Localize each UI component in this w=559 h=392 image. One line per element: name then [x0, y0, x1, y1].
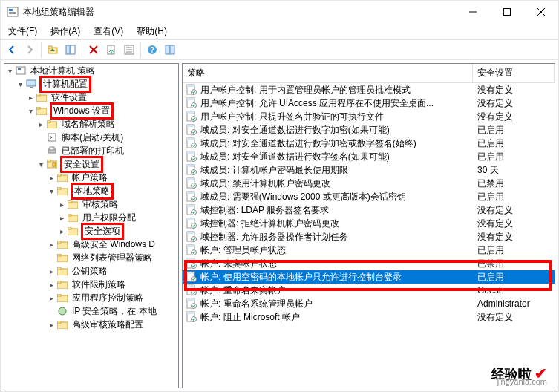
list-row[interactable]: 域控制器: 拒绝计算机帐户密码更改没有定义 [183, 217, 555, 230]
menu-action[interactable]: 操作(A) [48, 24, 83, 39]
tree-audit-policy[interactable]: ▸审核策略 [4, 197, 178, 211]
show-hide-button[interactable] [62, 42, 79, 58]
list-row[interactable]: 域成员: 需要强(Windows 2000 或更高版本)会话密钥已启用 [183, 190, 555, 203]
policy-icon [186, 151, 197, 163]
options-button[interactable] [162, 42, 178, 58]
policy-icon [186, 111, 197, 122]
list-header: 策略 安全设置 [183, 64, 555, 83]
minimize-button[interactable] [456, 1, 490, 23]
col-setting-header[interactable]: 安全设置 [473, 64, 555, 82]
tree-windows-settings[interactable]: ▾Windows 设置 [4, 104, 178, 117]
policy-setting: 30 天 [473, 164, 555, 177]
policy-icon [186, 204, 197, 216]
up-button[interactable] [45, 42, 61, 58]
tree-local-policies[interactable]: ▾本地策略 [4, 184, 178, 197]
svg-rect-10 [66, 45, 70, 54]
menu-help[interactable]: 帮助(H) [134, 24, 170, 39]
svg-rect-82 [187, 165, 194, 167]
folder-icon [56, 266, 68, 276]
folder-icon [67, 226, 79, 236]
help-button[interactable]: ? [144, 42, 160, 58]
properties-button[interactable] [121, 42, 137, 58]
list-body[interactable]: 用户帐户控制: 用于内置管理员帐户的管理员批准模式没有定义用户帐户控制: 允许 … [183, 83, 555, 388]
svg-rect-85 [187, 178, 194, 180]
tree-panel[interactable]: ▾ 本地计算机 策略 ▾ 计算机配置 ▸软件设置 [4, 63, 179, 388]
list-row[interactable]: 帐户: 重命名系统管理员帐户Administrator [183, 297, 555, 310]
list-row[interactable]: 用户帐户控制: 用于内置管理员帐户的管理员批准模式没有定义 [183, 83, 555, 97]
policy-setting: 已禁用 [473, 177, 555, 190]
svg-rect-70 [187, 111, 194, 114]
tree-public-key[interactable]: ▸公钥策略 [4, 264, 178, 278]
list-row[interactable]: 域控制器: 允许服务器操作者计划任务没有定义 [183, 230, 555, 244]
svg-rect-5 [504, 9, 511, 16]
col-policy-header[interactable]: 策略 [183, 64, 473, 82]
svg-rect-2 [9, 12, 16, 13]
svg-rect-33 [47, 120, 50, 122]
list-panel: 策略 安全设置 用户帐户控制: 用于内置管理员帐户的管理员批准模式没有定义用户帐… [182, 63, 555, 388]
policy-name: 帐户: 重命名来宾帐户 [200, 284, 286, 297]
menu-view[interactable]: 查看(V) [91, 24, 126, 39]
list-row[interactable]: 域成员: 对安全通道数据进行数字加密(如果可能)已启用 [183, 123, 555, 137]
maximize-button[interactable] [490, 1, 524, 23]
tree-advanced-audit[interactable]: ▸高级审核策略配置 [4, 318, 178, 331]
svg-rect-45 [68, 200, 71, 203]
list-row[interactable]: 域成员: 禁用计算机帐户密码更改已禁用 [183, 177, 555, 190]
tree-software-restriction[interactable]: ▸软件限制策略 [4, 278, 178, 291]
list-row[interactable]: 域成员: 对安全通道数据进行数字签名(如果可能)已启用 [183, 150, 555, 163]
security-icon [46, 159, 58, 169]
policy-name: 域控制器: LDAP 服务器签名要求 [200, 204, 329, 217]
tree-network-list[interactable]: 网络列表管理器策略 [4, 251, 178, 264]
policy-name: 帐户: 管理员帐户状态 [200, 244, 286, 257]
policy-icon [186, 311, 197, 323]
list-row[interactable]: 帐户: 阻止 Microsoft 帐户没有定义 [183, 310, 555, 324]
export-button[interactable] [103, 42, 120, 58]
folder-icon [36, 92, 48, 102]
tree-dns-policy[interactable]: ▸域名解析策略 [4, 117, 178, 131]
policy-setting: 已启用 [473, 244, 555, 257]
svg-rect-26 [27, 80, 36, 86]
tree-scripts[interactable]: 脚本(启动/关机) [4, 131, 178, 144]
policy-icon [186, 124, 197, 136]
delete-button[interactable] [85, 42, 102, 58]
tree-computer-config[interactable]: ▾ 计算机配置 [4, 77, 178, 91]
close-button[interactable] [524, 1, 558, 23]
list-row[interactable]: 帐户: 来宾帐户状态已禁用 [183, 257, 555, 270]
policy-icon [186, 244, 197, 256]
list-row[interactable]: 帐户: 使用空密码的本地帐户只允许进行控制台登录已启用 [183, 270, 555, 284]
list-row[interactable]: 域控制器: LDAP 服务器签名要求没有定义 [183, 203, 555, 217]
svg-rect-53 [57, 254, 61, 256]
policy-icon [186, 284, 197, 296]
tree-security-settings[interactable]: ▾安全设置 [4, 157, 178, 171]
list-row[interactable]: 帐户: 重命名来宾帐户Guest [183, 284, 555, 297]
svg-rect-41 [57, 174, 61, 176]
list-row[interactable]: 域成员: 对安全通道数据进行数字加密或数字签名(始终)已启用 [183, 137, 555, 150]
policy-setting: 没有定义 [473, 231, 555, 244]
tree-security-options[interactable]: ▸安全选项 [4, 224, 178, 238]
back-button[interactable] [4, 42, 20, 58]
folder-icon [56, 279, 68, 290]
tree-root[interactable]: ▾ 本地计算机 策略 [4, 64, 178, 77]
app-icon [7, 6, 19, 18]
list-row[interactable]: 域成员: 计算机帐户密码最长使用期限30 天 [183, 163, 555, 177]
list-row[interactable]: 用户帐户控制: 允许 UIAccess 应用程序在不使用安全桌面...没有定义 [183, 97, 555, 110]
svg-text:?: ? [150, 46, 154, 54]
list-row[interactable]: 用户帐户控制: 只提升签名并验证的可执行文件没有定义 [183, 110, 555, 123]
svg-rect-9 [48, 46, 52, 48]
policy-setting: 已启用 [473, 191, 555, 203]
svg-rect-47 [68, 214, 71, 216]
tree-advanced-security[interactable]: ▸高级安全 Windows D [4, 238, 178, 251]
menu-file[interactable]: 文件(F) [5, 24, 40, 39]
svg-rect-76 [187, 138, 194, 140]
svg-rect-49 [68, 227, 71, 229]
tree-ip-security[interactable]: IP 安全策略，在 本地 [4, 304, 178, 318]
forward-button[interactable] [22, 42, 38, 58]
svg-rect-73 [187, 125, 194, 127]
tree-app-control[interactable]: ▸应用程序控制策略 [4, 291, 178, 304]
policy-name: 域成员: 计算机帐户密码最长使用期限 [200, 164, 348, 177]
list-row[interactable]: 帐户: 管理员帐户状态已启用 [183, 244, 555, 257]
content-area: ▾ 本地计算机 策略 ▾ 计算机配置 ▸软件设置 [1, 60, 558, 391]
svg-rect-11 [71, 45, 75, 54]
svg-rect-29 [36, 94, 40, 96]
policy-name: 用户帐户控制: 允许 UIAccess 应用程序在不使用安全桌面... [200, 97, 434, 110]
svg-rect-103 [187, 258, 194, 261]
